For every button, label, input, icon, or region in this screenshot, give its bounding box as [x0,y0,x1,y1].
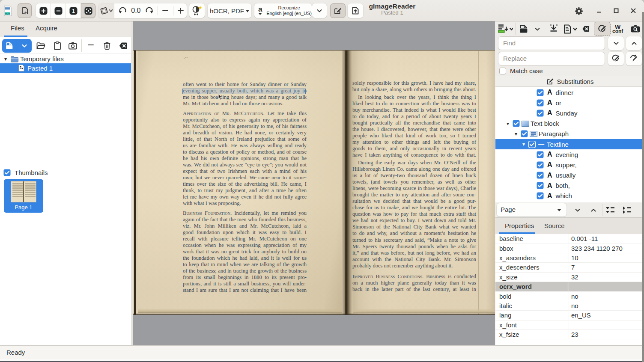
svg-text:OCR: OCR [5,12,10,15]
svg-text:1: 1 [72,8,75,14]
svg-text:a: a [258,5,262,13]
